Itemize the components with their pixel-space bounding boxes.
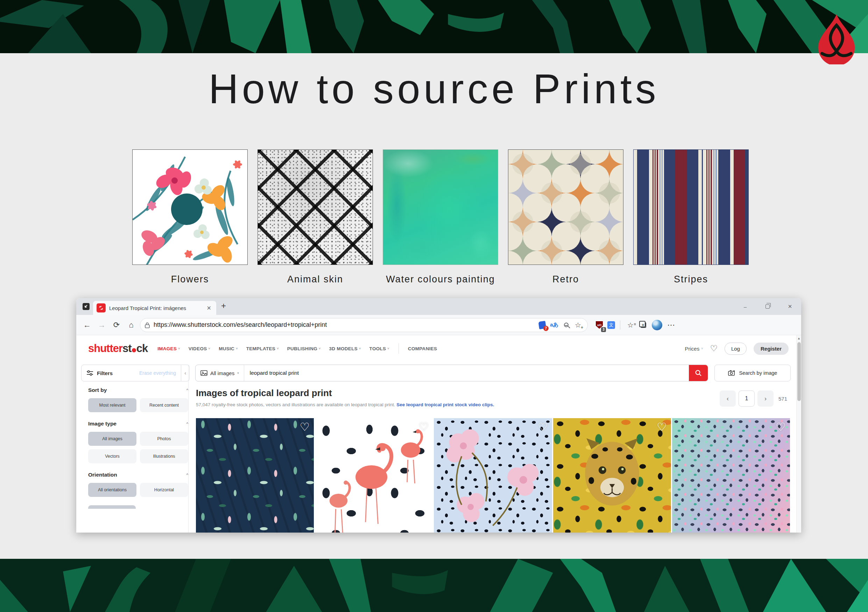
nav-tools[interactable]: TOOLS˅ [369, 346, 389, 351]
section-title[interactable]: Image type^ [88, 421, 188, 427]
nav-images[interactable]: IMAGES˅ [157, 346, 180, 351]
leaf-pattern-top [0, 0, 868, 53]
nav-templates[interactable]: TEMPLATES˅ [246, 346, 279, 351]
browser-menu-button[interactable]: ⋯ [667, 321, 675, 330]
favorite-heart-icon[interactable]: ♡ [300, 420, 310, 434]
sidebar-section-sort-by: Sort by^ Most relevant Recent content [88, 387, 188, 412]
restore-icon [766, 304, 770, 308]
filter-recent-content[interactable]: Recent content [140, 398, 188, 412]
prev-page-button[interactable]: ‹ [720, 390, 736, 407]
filter-vectors[interactable]: Vectors [88, 449, 136, 463]
chevron-down-icon: ˅ [178, 347, 180, 350]
flamingo-illustration [315, 418, 433, 533]
jaguar-illustration [553, 418, 671, 533]
result-image-tropical-leopard-dark[interactable]: ♡ [196, 418, 314, 533]
password-extension-button[interactable]: 7 [537, 320, 547, 330]
erase-everything-button[interactable]: Erase everything [139, 370, 176, 376]
zoom-button[interactable] [561, 320, 571, 330]
shutterstock-logo[interactable]: shutterstck [88, 342, 148, 355]
filter-illustrations[interactable]: Illustrations [140, 449, 188, 463]
translate-button[interactable]: aあ [549, 320, 560, 330]
pink-flowers-illustration [434, 418, 552, 533]
filter-horizontal[interactable]: Horizontal [140, 483, 188, 497]
browser-tab[interactable]: Leopard Tropical Print: imágenes ✕ [93, 301, 216, 315]
search-by-image-button[interactable]: Search by image [715, 365, 790, 381]
favorite-heart-icon[interactable]: ♡ [657, 420, 667, 434]
filter-most-relevant[interactable]: Most relevant [88, 398, 136, 412]
sample-label-watercolour: Water colours painting [383, 274, 498, 285]
nav-images-label: IMAGES [157, 346, 177, 351]
scroll-up-arrow[interactable]: ▲ [797, 335, 801, 341]
filters-label: Filters [97, 370, 113, 376]
animal-skin-print-image [257, 149, 373, 265]
chevron-down-icon: ˅ [319, 347, 321, 350]
chevron-down-icon: ˅ [236, 347, 238, 350]
sidebar-divider [188, 365, 189, 533]
favorites-button[interactable]: ☆ ≡ [625, 320, 636, 330]
nav-music[interactable]: MUSIC˅ [219, 346, 238, 351]
add-favorite-button[interactable]: ☆ + [573, 320, 583, 330]
results-header: Images of tropical leopard print 57,047 … [196, 388, 710, 407]
filter-all-images[interactable]: All images [88, 432, 136, 446]
filters-panel[interactable]: Filters Erase everything [81, 365, 181, 381]
filter-photos[interactable]: Photos [140, 432, 188, 446]
favorite-heart-icon[interactable]: ♡ [419, 420, 429, 434]
nav-music-label: MUSIC [219, 346, 234, 351]
prices-dropdown[interactable]: Prices˅ [685, 346, 703, 352]
search-input[interactable]: leopard tropical print [244, 370, 689, 376]
next-page-button[interactable]: › [758, 390, 773, 407]
search-bar[interactable]: All images ▾ leopard tropical print [195, 365, 708, 381]
logo-dark-part-1: st [122, 342, 132, 355]
video-clips-link[interactable]: See leopard tropical print stock video c… [397, 402, 494, 407]
search-category-dropdown[interactable]: All images ▾ [195, 365, 244, 381]
home-button[interactable]: ⌂ [125, 319, 137, 331]
section-title[interactable]: Sort by^ [88, 387, 188, 393]
minimize-button[interactable]: – [734, 298, 756, 315]
image-icon [200, 370, 208, 376]
register-button[interactable]: Register [753, 342, 789, 355]
retro-print-image [508, 149, 623, 265]
toolbar-right: uO 3 文 ☆ ≡ + ⋯ [593, 320, 675, 330]
current-page-input[interactable]: 1 [739, 390, 755, 407]
tab-close-icon[interactable]: ✕ [205, 305, 213, 311]
favorite-heart-icon[interactable]: ♡ [538, 420, 548, 434]
refresh-button[interactable]: ⟳ [110, 319, 122, 331]
nav-divider [398, 343, 399, 354]
filters-sidebar: Sort by^ Most relevant Recent content Im… [88, 387, 188, 509]
search-button[interactable] [689, 365, 708, 381]
section-title[interactable]: Orientation^ [88, 472, 188, 478]
close-window-button[interactable]: ✕ [779, 298, 801, 315]
nav-publishing[interactable]: PUBLISHING˅ [287, 346, 321, 351]
search-by-image-label: Search by image [739, 370, 777, 376]
favorite-heart-icon[interactable]: ♡ [776, 420, 786, 434]
tab-actions-button[interactable] [81, 301, 91, 312]
address-bar[interactable]: https://www.shutterstock.com/es/search/l… [140, 318, 588, 332]
stripes-print-image [633, 149, 749, 265]
filter-all-orientations[interactable]: All orientations [88, 483, 136, 497]
result-image-pastel-leopard[interactable]: ♡ [672, 418, 790, 533]
result-image-floral-leopard[interactable]: ♡ [434, 418, 552, 533]
google-translate-icon: 文 [608, 321, 615, 329]
logo-o-dot [132, 348, 136, 352]
results-grid: ♡ ♡ [196, 418, 790, 533]
watercolour-print-image [383, 149, 498, 265]
scrollbar-thumb[interactable] [797, 342, 801, 401]
page-scrollbar[interactable]: ▲ [796, 335, 801, 533]
back-button[interactable]: ← [81, 319, 93, 331]
nav-3d-models[interactable]: 3D MODELS˅ [329, 346, 361, 351]
login-button[interactable]: Log [725, 342, 747, 355]
dropdown-icon: ▾ [237, 371, 239, 375]
collections-button[interactable]: + [637, 320, 648, 330]
likes-heart-icon[interactable]: ♡ [710, 344, 718, 353]
restore-button[interactable] [756, 298, 779, 315]
nav-companies[interactable]: COMPANIES [408, 346, 437, 351]
forward-button[interactable]: → [96, 319, 108, 331]
profile-avatar[interactable] [652, 320, 662, 330]
result-image-flamingos[interactable]: ♡ [315, 418, 433, 533]
nav-videos[interactable]: VIDEOS˅ [189, 346, 210, 351]
result-image-jaguar-face[interactable]: ♡ [553, 418, 671, 533]
chevron-down-icon: ˅ [387, 347, 389, 350]
google-translate-button[interactable]: 文 [606, 320, 617, 330]
new-tab-button[interactable]: + [221, 301, 226, 311]
ublock-button[interactable]: uO 3 [594, 320, 604, 330]
